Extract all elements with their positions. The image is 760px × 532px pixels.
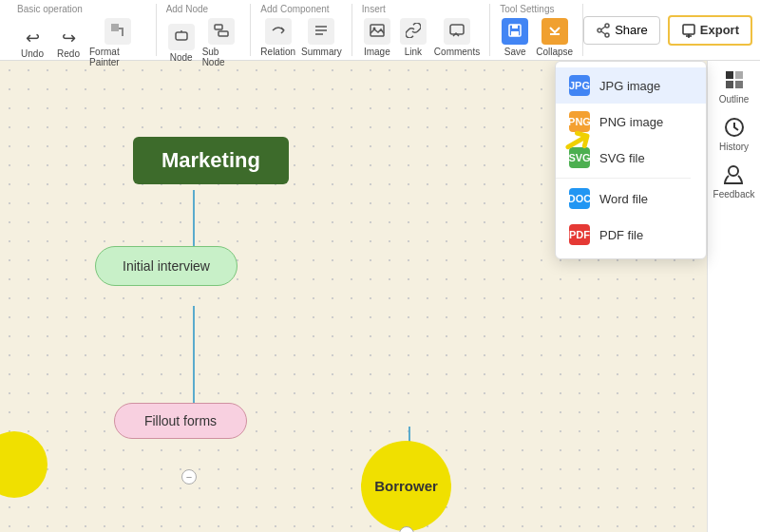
sidebar-item-outline[interactable]: Outline <box>719 68 750 104</box>
toolbar-right: Share Export <box>583 15 752 46</box>
insert-icons: Image Link Comments <box>362 18 480 57</box>
svg-rect-3 <box>215 25 222 29</box>
dropdown-item-svg[interactable]: SVG SVG file <box>556 140 706 176</box>
canvas: Outline History Feedback JPG JPG image P… <box>0 61 760 532</box>
svg-rect-22 <box>726 81 733 88</box>
dropdown-item-png[interactable]: PNG PNG image <box>556 104 706 140</box>
svg-rect-1 <box>176 32 187 40</box>
format-painter-button[interactable]: Format Painter <box>89 18 146 67</box>
image-label: Image <box>364 47 390 57</box>
redo-button[interactable]: ↪ Redo <box>53 28 84 59</box>
collapse-icon <box>542 18 568 45</box>
initial-interview-label: Initial interview <box>123 258 210 274</box>
relation-icon <box>265 18 292 45</box>
export-label: Export <box>700 23 739 37</box>
svg-rect-24 <box>735 81 743 88</box>
toolbar-group-basic: Basic operation ↩ Undo ↪ Redo Format Pai… <box>8 4 157 56</box>
summary-label: Summary <box>301 47 342 57</box>
add-component-icons: Relation Summary <box>260 18 342 57</box>
svg-rect-23 <box>735 71 743 79</box>
connector-initial-to-fillout <box>193 306 195 406</box>
dropdown-item-pdf[interactable]: PDF PDF file <box>556 217 706 253</box>
jpg-label: JPG image <box>599 79 660 93</box>
svg-rect-4 <box>218 31 228 36</box>
sidebar-item-history[interactable]: History <box>719 116 749 152</box>
group-label-add-node: Add Node <box>166 4 208 14</box>
node-yellow-left[interactable] <box>0 431 48 498</box>
toolbar: Basic operation ↩ Undo ↪ Redo Format Pai… <box>0 0 760 61</box>
svg-point-26 <box>729 166 738 176</box>
word-label: Word file <box>599 192 648 206</box>
basic-icons: ↩ Undo ↪ Redo Format Painter <box>17 18 146 67</box>
right-sidebar: Outline History Feedback <box>707 61 760 532</box>
feedback-icon <box>722 163 745 186</box>
svg-point-17 <box>605 33 609 37</box>
toolbar-group-insert: Insert Image Link Comments <box>352 4 490 56</box>
svg-rect-0 <box>111 24 119 31</box>
outline-icon <box>723 68 746 91</box>
link-button[interactable]: Link <box>398 18 428 57</box>
node-marketing[interactable]: Marketing <box>133 137 289 184</box>
svg-rect-12 <box>512 25 518 28</box>
outline-label: Outline <box>719 94 750 104</box>
export-dropdown: JPG JPG image PNG PNG image SVG SVG file… <box>555 61 707 259</box>
borrower-label: Borrower <box>374 478 438 494</box>
node-fillout-forms[interactable]: Fillout forms <box>114 403 247 439</box>
group-label-insert: Insert <box>362 4 386 14</box>
svg-rect-13 <box>511 31 519 36</box>
svg-line-18 <box>601 27 605 29</box>
undo-button[interactable]: ↩ Undo <box>17 28 48 59</box>
toolbar-group-tool-settings: Tool Settings Save Collapse <box>490 4 583 56</box>
share-icon <box>596 23 611 38</box>
summary-button[interactable]: Summary <box>301 18 342 57</box>
add-node-icons: Node Sub Node <box>166 18 241 67</box>
share-label: Share <box>615 23 648 37</box>
export-button[interactable]: Export <box>668 15 752 46</box>
share-button[interactable]: Share <box>583 16 660 45</box>
save-button[interactable]: Save <box>500 18 530 57</box>
svg-rect-21 <box>726 71 733 79</box>
node-borrower[interactable]: Borrower <box>361 441 451 531</box>
sidebar-item-feedback[interactable]: Feedback <box>713 163 755 200</box>
svg-rect-20 <box>683 25 694 34</box>
sub-node-button[interactable]: Sub Node <box>202 18 241 67</box>
link-icon <box>400 18 427 45</box>
tool-settings-icons: Save Collapse <box>500 18 573 57</box>
image-button[interactable]: Image <box>362 18 392 57</box>
sub-node-label: Sub Node <box>202 47 241 67</box>
undo-icon: ↩ <box>26 28 40 48</box>
redo-icon: ↪ <box>62 28 76 48</box>
node-button[interactable]: Node <box>166 24 197 63</box>
save-icon <box>502 18 528 45</box>
pdf-icon: PDF <box>569 224 590 245</box>
save-label: Save <box>504 47 526 57</box>
feedback-label: Feedback <box>713 189 755 200</box>
dropdown-item-jpg[interactable]: JPG JPG image <box>556 67 706 104</box>
marketing-label: Marketing <box>162 148 260 172</box>
dropdown-item-word[interactable]: DOC Word file <box>556 180 706 217</box>
svg-point-15 <box>605 24 609 28</box>
svg-line-19 <box>601 31 605 34</box>
collapse-button[interactable]: Collapse <box>536 18 573 57</box>
collapse-dot-fillout[interactable]: − <box>181 469 197 484</box>
jpg-icon: JPG <box>569 75 590 96</box>
history-label: History <box>719 142 749 152</box>
relation-button[interactable]: Relation <box>260 18 295 57</box>
redo-label: Redo <box>57 48 80 59</box>
collapse-label: Collapse <box>536 47 573 57</box>
svg-label: SVG file <box>599 151 645 165</box>
fillout-forms-label: Fillout forms <box>144 413 217 428</box>
comments-button[interactable]: Comments <box>434 18 480 57</box>
dropdown-separator <box>556 178 691 179</box>
format-painter-label: Format Painter <box>89 47 146 67</box>
summary-icon <box>308 18 334 45</box>
image-icon <box>364 18 390 45</box>
format-painter-icon <box>104 18 131 45</box>
comments-icon <box>444 18 470 45</box>
group-label-basic: Basic operation <box>17 4 83 14</box>
comments-label: Comments <box>434 47 480 57</box>
node-icon <box>168 24 195 50</box>
node-initial-interview[interactable]: Initial interview <box>95 246 238 286</box>
pdf-label: PDF file <box>599 228 643 242</box>
png-label: PNG image <box>599 115 663 129</box>
